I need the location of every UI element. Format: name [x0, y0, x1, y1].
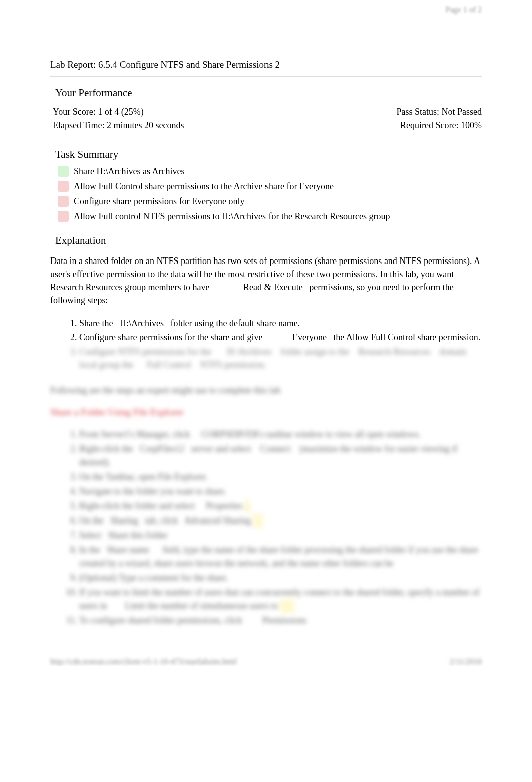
blurred-step: Right-click the folder and select Proper…: [79, 499, 482, 513]
blurred-step: In the Share name field, type the name o…: [79, 543, 482, 570]
blurred-step: Select Share this folder: [79, 529, 482, 542]
blurred-step: Right-click the CorpFiles12 server and s…: [79, 442, 482, 469]
blurred-step: On the Taskbar, open File Explorer.: [79, 470, 482, 484]
blurred-steps-list: From Server1's Manager, click CORPSERVER…: [50, 428, 482, 627]
task-item: Allow Full Control share permissions to …: [58, 181, 482, 192]
report-title: Lab Report: 6.5.4 Configure NTFS and Sha…: [50, 59, 482, 70]
blurred-step: If you want to limit the number of users…: [79, 586, 482, 613]
check-icon: [58, 166, 69, 177]
page-number: Page 1 of 2: [50, 0, 482, 14]
task-item: Allow Full control NTFS permissions to H…: [58, 211, 482, 222]
blurred-step: To configure shared folder permissions, …: [79, 614, 482, 627]
blurred-step: On the Sharing tab, click Advanced Shari…: [79, 514, 482, 528]
footer-date: 2/11/2018: [450, 657, 482, 666]
performance-header: Your Performance: [55, 87, 482, 99]
blurred-section-heading: Share a Folder Using File Explorer: [50, 407, 482, 418]
task-item: Share H:\Archives as Archives: [58, 166, 482, 177]
fail-icon: [58, 211, 69, 222]
task-text: Allow Full control NTFS permissions to H…: [74, 211, 390, 222]
task-summary-header: Task Summary: [55, 148, 482, 161]
step-item: Share the H:\Archives folder using the d…: [79, 317, 482, 330]
fail-icon: [58, 196, 69, 207]
score-label: Your Score: 1 of 4 (25%): [53, 107, 144, 117]
blurred-step: Navigate to the folder you want to share…: [79, 485, 482, 498]
blurred-intro: Following are the steps an expert might …: [50, 384, 482, 397]
blurred-step: (Optional) Type a comment for the share.: [79, 571, 482, 585]
elapsed-time-label: Elapsed Time: 2 minutes 20 seconds: [53, 120, 184, 131]
task-item: Configure share permissions for Everyone…: [58, 196, 482, 207]
task-text: Configure share permissions for Everyone…: [74, 196, 244, 207]
required-score-label: Required Score: 100%: [400, 120, 482, 131]
blurred-step: From Server1's Manager, click CORPSERVER…: [79, 428, 482, 441]
fail-icon: [58, 181, 69, 192]
task-text: Allow Full Control share permissions to …: [74, 181, 334, 192]
explanation-steps: Share the H:\Archives folder using the d…: [50, 317, 482, 371]
step-item: Configure NTFS permissions for the H:\Ar…: [79, 345, 482, 371]
explanation-paragraph: Data in a shared folder on an NTFS parti…: [50, 254, 482, 307]
pass-status-label: Pass Status: Not Passed: [396, 107, 482, 117]
divider: [50, 76, 482, 77]
page-footer: http://cdn.testout.com/client-v5-1-10-47…: [50, 657, 482, 666]
step-item: Configure share permissions for the shar…: [79, 331, 482, 344]
explanation-header: Explanation: [55, 234, 482, 247]
footer-url: http://cdn.testout.com/client-v5-1-10-47…: [50, 657, 237, 666]
task-text: Share H:\Archives as Archives: [74, 166, 184, 177]
